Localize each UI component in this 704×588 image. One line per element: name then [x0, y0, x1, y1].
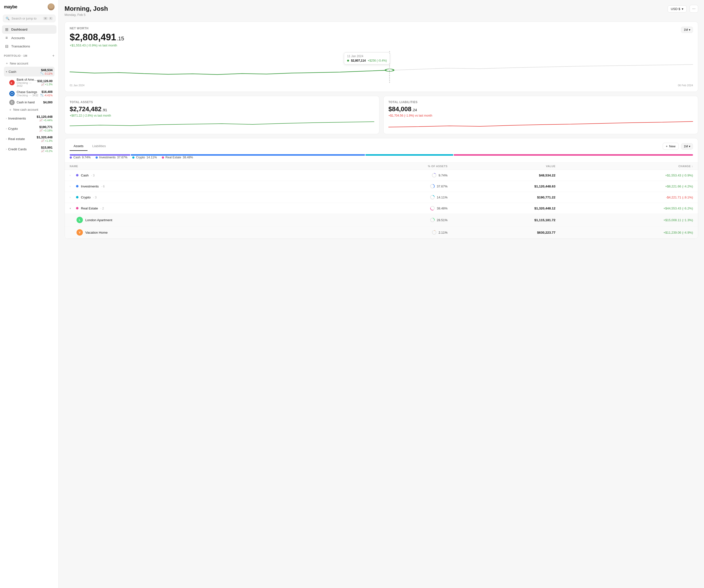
nav-item-dashboard[interactable]: ⊞ Dashboard — [2, 25, 56, 34]
london-avatar: L — [76, 217, 83, 223]
cash-group-change: 📉 -3.11% — [40, 72, 53, 75]
new-account-label: New account — [10, 62, 28, 65]
new-button[interactable]: + New — [663, 143, 679, 150]
tab-assets[interactable]: Assets — [70, 142, 87, 151]
new-label: New — [669, 144, 676, 148]
table-row[interactable]: ▾ Real Estate · 2 38.48% — [65, 203, 698, 214]
table-row[interactable]: › Investments · 6 37.67% — [65, 181, 698, 192]
table-row[interactable]: › Crypto · 3 14.11% — [65, 192, 698, 203]
new-account-button[interactable]: + New account — [4, 60, 55, 67]
account-item-cash-hand[interactable]: C Cash in hand $4,000 — [4, 98, 55, 107]
search-icon: 🔍 — [6, 17, 9, 20]
total-liabilities-card: Total Liabilities $84,008 .24 +$1,704.56… — [383, 96, 698, 134]
boa-amount: $32,126.00 — [37, 79, 53, 83]
pie-real-estate — [430, 206, 435, 211]
nav-item-transactions[interactable]: ⊟ Transactions — [2, 42, 56, 51]
boa-logo: B — [9, 80, 15, 85]
assets-table: NAME % OF ASSETS VALUE CHANGE ↕ › — [65, 163, 698, 239]
plus-icon: + — [6, 61, 8, 65]
section-title[interactable]: PORTFOLIO · 1M — [4, 54, 27, 57]
table-row[interactable]: V Vacation Home 2.11% $630 — [65, 226, 698, 239]
legend-dot-investments — [96, 157, 98, 159]
col-change: CHANGE ↕ — [560, 163, 698, 170]
search-bar[interactable]: 🔍 Search or jump to ⌘ K — [3, 15, 56, 22]
net-worth-value: $2,808,491 — [70, 32, 116, 43]
account-group-cash-header[interactable]: ▾ Cash $48,534 📉 -3.11% — [4, 67, 55, 76]
boa-info: Bank of America Checking ···· 3432 — [17, 78, 37, 87]
asset-change-real-estate: +$44,553.43 (↑6.2%) — [560, 203, 698, 214]
change-trend-icon: 📉 — [40, 72, 44, 75]
cash-hand-info: Cash in hand — [17, 101, 43, 104]
expand-realestate-icon[interactable]: ▾ — [70, 207, 73, 210]
table-row[interactable]: › Cash · 3 9.74% — [65, 170, 698, 181]
tooltip-amount: $2,807,114 — [351, 59, 366, 62]
chevron-down-time-icon: ▾ — [689, 28, 690, 32]
expand-crypto-icon[interactable]: › — [70, 196, 73, 199]
asset-change-london: +$15,008.11 (↑1.3%) — [560, 214, 698, 226]
nav-item-accounts[interactable]: ≡ Accounts — [2, 34, 56, 42]
cash-hand-amount: $4,000 — [43, 101, 53, 104]
plus-new-icon: + — [666, 144, 668, 148]
table-row[interactable]: L London Apartment 28.51% — [65, 214, 698, 226]
kbd-cmd: ⌘ — [43, 17, 48, 20]
net-worth-chart: 11 Jan 2024 $2,807,114 +$256 (↑0.4%) — [70, 51, 693, 83]
expand-investments-icon[interactable]: › — [70, 185, 73, 188]
transactions-icon: ⊟ — [4, 44, 9, 49]
chevron-right-crypto-icon: › — [6, 127, 7, 130]
asset-pct-cash: 9.74% — [438, 174, 448, 177]
new-cash-account-button[interactable]: + New cash account — [4, 107, 55, 113]
assets-time-selector[interactable]: 1M ▾ — [681, 143, 693, 150]
assets-controls: + New 1M ▾ — [663, 143, 693, 150]
portfolio-section: PORTFOLIO · 1M + + New account ▾ Cash $4… — [0, 52, 58, 156]
account-group-real-estate-header[interactable]: › Real estate $1,320,448 📈 +1.3% — [4, 134, 55, 144]
chevron-down-icon: ▾ — [6, 70, 7, 73]
nav-label-dashboard: Dashboard — [11, 27, 27, 31]
section-add-icon[interactable]: + — [52, 54, 55, 58]
boa-name: Bank of America — [17, 78, 37, 81]
assets-legend: Cash 9.74% Investments 37.67% Crypto 14.… — [65, 156, 698, 163]
legend-pct-real-estate: 38.48% — [183, 156, 193, 159]
chevron-right-realestate-icon: › — [6, 137, 7, 140]
currency-selector[interactable]: USD $ ▾ — [667, 5, 687, 12]
chase-amount: $16,408 — [40, 90, 53, 94]
group-name-credit-cards: Credit Cards — [8, 148, 41, 151]
greeting-section: Morning, Josh Monday, Feb 5 — [64, 5, 108, 17]
asset-dot-crypto — [76, 196, 78, 198]
avatar[interactable] — [48, 3, 55, 10]
expand-cash-icon[interactable]: › — [70, 174, 73, 177]
cash-group-amount: $48,534 — [40, 68, 53, 72]
legend-crypto: Crypto 14.11% — [132, 156, 157, 159]
account-group-credit-cards-header[interactable]: › Credit Cards $15,991 📈 +0.2% — [4, 144, 55, 154]
legend-pct-cash: 9.74% — [82, 156, 91, 159]
crypto-group-amount: $190,771 — [39, 125, 53, 129]
asset-val-london: $1,115,181.72 — [453, 214, 560, 226]
main-header: Morning, Josh Monday, Feb 5 USD $ ▾ ··· — [64, 5, 698, 17]
account-item-boa[interactable]: B Bank of America Checking ···· 3432 $32… — [4, 76, 55, 89]
legend-real-estate: Real Estate 38.48% — [162, 156, 193, 159]
tab-liabilities[interactable]: Liabilities — [89, 142, 110, 151]
account-group-real-estate: › Real estate $1,320,448 📈 +1.3% — [4, 134, 55, 144]
sort-icon: ↕ — [692, 165, 693, 168]
asset-count-crypto: · 3 — [93, 195, 97, 199]
account-group-investments-header[interactable]: › Investments $1,120,448 📈 +5.44% — [4, 113, 55, 123]
asset-label-cash: Cash — [81, 174, 89, 177]
legend-dot-crypto — [132, 157, 134, 159]
nav-label-accounts: Accounts — [11, 36, 25, 40]
pie-investments — [430, 184, 435, 189]
asset-name-cell-crypto: › Crypto · 3 — [70, 195, 345, 199]
credit-cards-group-amount: $15,991 — [41, 145, 53, 149]
legend-label-real-estate: Real Estate — [166, 156, 181, 159]
real-estate-group-amount: $1,320,448 — [37, 135, 53, 139]
vacation-avatar: V — [76, 229, 83, 236]
more-options-button[interactable]: ··· — [690, 5, 698, 13]
chase-values: $16,408 📉 -4.41% — [40, 90, 53, 97]
net-worth-left: Net Worth $2,808,491 .15 +$1,553.43 (↑0.… — [70, 26, 124, 47]
account-item-chase[interactable]: Chase Savings Checking ···· 3432 $16,408… — [4, 89, 55, 98]
search-kbd: ⌘ K — [43, 17, 53, 20]
accounts-icon: ≡ — [4, 36, 9, 40]
account-group-crypto-header[interactable]: › Crypto $190,771 📈 +3.18% — [4, 124, 55, 133]
boa-change: 📈 +1.3% — [37, 83, 53, 86]
net-worth-time-selector[interactable]: 1M ▾ — [681, 26, 693, 33]
greeting-date: Monday, Feb 5 — [64, 13, 108, 17]
tab-group: Assets Liabilities — [70, 142, 110, 151]
